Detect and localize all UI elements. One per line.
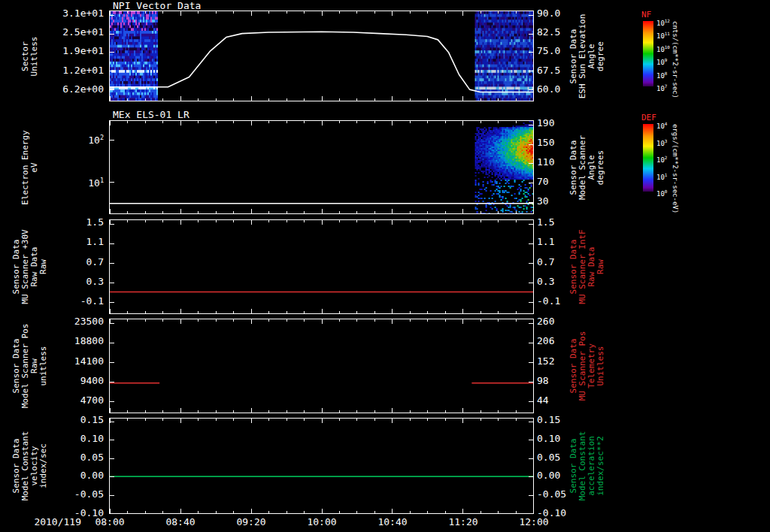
y-tick-left-npi-vector-data: 1.9e+01 bbox=[44, 46, 104, 56]
panel-title-els: MEx ELS-01 LR bbox=[113, 110, 189, 119]
left-axis-label-model-scanner-pos-raw: Sensor Data Model Scanner Pos Raw unitle… bbox=[12, 324, 48, 409]
y-tick-left-model-constant-velocity: -0.05 bbox=[44, 489, 104, 499]
colorbar-tick-NF: 107 bbox=[656, 83, 667, 92]
right-axis-label-npi-vector-data: Sensor Data ESH Sun Elevation Angle degr… bbox=[569, 14, 605, 98]
y-tick-right-model-constant-velocity: 0.15 bbox=[537, 415, 584, 425]
x-tick-label: 10:00 bbox=[303, 517, 341, 527]
right-axis-label-mex-els-01-lr: Sensor Data Model Scanner Angle degrees bbox=[569, 135, 605, 199]
y-tick-left-npi-vector-data: 1.2e+01 bbox=[44, 65, 104, 75]
y-tick-right-model-constant-velocity: -0.10 bbox=[537, 508, 584, 518]
y-tick-left-mu-scanner-30v-raw: 0.3 bbox=[44, 277, 104, 286]
panel-model-constant-velocity bbox=[109, 418, 534, 514]
left-axis-label-npi-vector-data: Sector Unitless bbox=[21, 36, 39, 76]
left-axis-label-mu-scanner-30v-raw: Sensor Data MU Scanner +30V Raw Data Raw bbox=[12, 229, 48, 304]
x-tick-label: 11:20 bbox=[444, 517, 482, 527]
panel-model-scanner-pos-raw bbox=[109, 319, 534, 413]
y-tick-right-model-scanner-pos-raw: 260 bbox=[537, 316, 584, 326]
colorbar-label-NF: NF bbox=[641, 11, 651, 19]
canvas-npi-vector-data bbox=[110, 11, 533, 101]
colorbar-tick-DEF: 101 bbox=[656, 171, 667, 181]
y-tick-left-npi-vector-data: 2.5e+01 bbox=[44, 27, 104, 37]
colorbar-NF bbox=[643, 21, 653, 86]
panel-mex-els-01-lr bbox=[109, 120, 534, 214]
right-axis-label-model-constant-velocity: Sensor Data Model Constant acceleration … bbox=[569, 431, 605, 501]
x-axis-labels: 08:00 08:40 09:20 10:00 10:40 11:20 12:0… bbox=[91, 517, 553, 527]
y-tick-left-model-scanner-pos-raw: 9400 bbox=[44, 376, 104, 385]
y-tick-left-model-scanner-pos-raw: 14100 bbox=[44, 356, 104, 366]
y-tick-left-mu-scanner-30v-raw: 0.7 bbox=[44, 257, 104, 267]
y-tick-left-model-scanner-pos-raw: 18800 bbox=[44, 336, 104, 346]
y-tick-right-mex-els-01-lr: 190 bbox=[537, 118, 584, 128]
left-axis-label-mex-els-01-lr: Electron Energy eV bbox=[21, 130, 39, 204]
colorbar-DEF bbox=[643, 124, 653, 192]
colorbar-tick-NF: 108 bbox=[656, 70, 667, 80]
y-tick-left-model-scanner-pos-raw: 23500 bbox=[44, 316, 104, 326]
canvas-model-constant-velocity bbox=[110, 419, 533, 513]
x-tick-label: 09:20 bbox=[232, 517, 270, 527]
panel-npi-vector-data bbox=[109, 11, 534, 101]
date-label: 2010/119 bbox=[21, 517, 81, 527]
canvas-mu-scanner-30v-raw bbox=[110, 220, 533, 313]
colorbar-label-DEF: DEF bbox=[641, 113, 656, 122]
canvas-model-scanner-pos-raw bbox=[110, 319, 533, 413]
y-tick-left-mu-scanner-30v-raw: 1.1 bbox=[44, 237, 104, 246]
colorbar-tick-DEF: 104 bbox=[656, 120, 667, 130]
colorbar-units-NF: cnts/(cm**2-sr-sec) bbox=[671, 21, 679, 98]
y-tick-left-mu-scanner-30v-raw: 1.5 bbox=[44, 217, 104, 227]
colorbar-tick-NF: 1010 bbox=[656, 44, 670, 53]
colorbar-tick-NF: 109 bbox=[656, 56, 667, 66]
colorbar-tick-NF: 1011 bbox=[656, 30, 670, 40]
colorbar-tick-NF: 1012 bbox=[656, 17, 670, 27]
plot-stage: NPI Vector Data MEx ELS-01 LR 08:00 08:4… bbox=[0, 0, 770, 532]
y-tick-right-mu-scanner-30v-raw: 1.5 bbox=[537, 217, 584, 227]
right-axis-label-mu-scanner-30v-raw: Sensor Data MU Scanner IntF Raw Data Raw bbox=[569, 229, 605, 304]
colorbar-tick-DEF: 100 bbox=[656, 188, 667, 198]
y-tick-left-model-constant-velocity: 0.10 bbox=[44, 434, 104, 443]
canvas-mex-els-01-lr bbox=[110, 121, 533, 213]
y-tick-left-mu-scanner-30v-raw: -0.1 bbox=[44, 296, 104, 306]
panel-mu-scanner-30v-raw bbox=[109, 219, 534, 314]
y-tick-left-mex-els-01-lr: 102 bbox=[44, 133, 104, 145]
y-tick-left-mex-els-01-lr: 101 bbox=[44, 176, 104, 188]
colorbar-units-DEF: ergs/(cm**2-sr-sec-eV) bbox=[671, 124, 679, 213]
left-axis-label-model-constant-velocity: Sensor Data Model Constant velocity inde… bbox=[12, 431, 48, 501]
colorbar-tick-DEF: 103 bbox=[656, 138, 667, 147]
y-tick-left-model-constant-velocity: 0.00 bbox=[44, 470, 104, 480]
y-tick-left-model-constant-velocity: -0.10 bbox=[44, 508, 104, 518]
right-axis-label-model-scanner-pos-raw: Sensor Data MU Scanner Pos Telemetry Uni… bbox=[569, 331, 605, 401]
y-tick-left-model-constant-velocity: 0.15 bbox=[44, 415, 104, 425]
y-tick-left-model-constant-velocity: 0.05 bbox=[44, 452, 104, 462]
y-tick-left-npi-vector-data: 6.2e+00 bbox=[44, 84, 104, 94]
x-tick-label: 08:40 bbox=[162, 517, 199, 527]
y-tick-left-npi-vector-data: 3.1e+01 bbox=[44, 8, 104, 18]
x-tick-label: 10:40 bbox=[374, 517, 411, 527]
panel-title-npi: NPI Vector Data bbox=[113, 1, 201, 11]
y-tick-left-model-scanner-pos-raw: 4700 bbox=[44, 395, 104, 405]
colorbar-tick-DEF: 102 bbox=[656, 154, 667, 164]
